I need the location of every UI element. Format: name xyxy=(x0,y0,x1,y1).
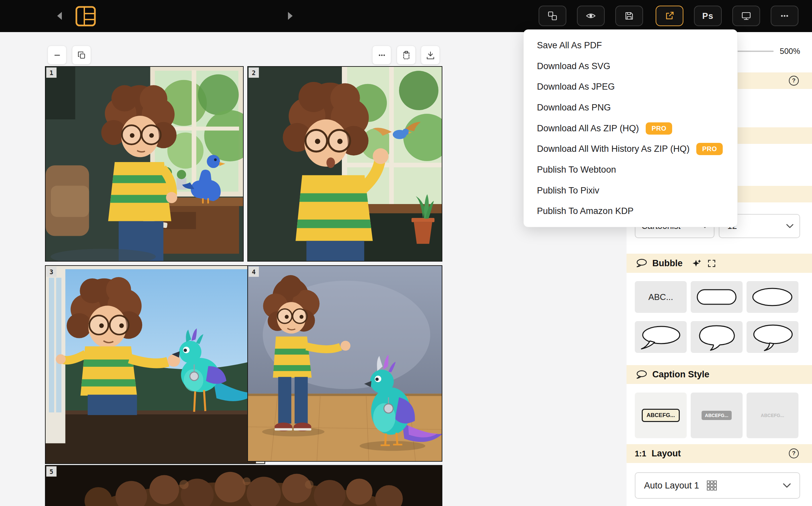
photoshop-icon: Ps xyxy=(702,11,714,21)
back-chevron-icon xyxy=(57,11,63,20)
bubble-style-blob-tail[interactable] xyxy=(691,321,742,353)
grid-layout-icon xyxy=(707,480,717,491)
photoshop-button[interactable]: Ps xyxy=(694,6,722,26)
pro-badge: PRO xyxy=(646,122,672,135)
eye-icon xyxy=(585,11,596,21)
paste-button[interactable] xyxy=(397,46,416,65)
minus-icon xyxy=(52,50,62,60)
oval-bubble-icon xyxy=(746,281,798,313)
app-layout-logo[interactable] xyxy=(75,5,97,27)
blob-bubble-icon xyxy=(691,321,742,353)
speech-bubble-icon xyxy=(636,259,648,268)
help-icon[interactable]: ? xyxy=(789,76,799,86)
present-button[interactable] xyxy=(732,6,760,26)
components-button[interactable] xyxy=(539,6,566,26)
top-toolbar: Ps xyxy=(0,0,812,32)
panel-number-badge: 4 xyxy=(249,267,259,277)
panel-1-artwork xyxy=(46,67,243,261)
panel-more-button[interactable] xyxy=(372,46,391,65)
caption-sample-1: ABCEFG... xyxy=(642,409,680,422)
comic-panel-1[interactable]: 1 xyxy=(45,66,244,262)
chevron-down-icon xyxy=(783,483,791,488)
bubble-style-text[interactable]: ABC... xyxy=(635,281,687,313)
zoom-out-button[interactable] xyxy=(48,46,67,65)
panel-number-badge: 2 xyxy=(249,68,259,78)
comic-panel-3[interactable]: 3 xyxy=(45,265,265,464)
caption-sample-3: ABCEFG... xyxy=(761,413,784,418)
menu-item-publish-to-pixiv[interactable]: Publish To Pixiv xyxy=(524,180,737,201)
more-icon xyxy=(377,50,387,60)
pro-badge: PRO xyxy=(696,143,723,155)
expand-icon[interactable] xyxy=(707,259,716,268)
help-icon[interactable]: ? xyxy=(789,448,799,458)
panel-number-badge: 1 xyxy=(46,68,57,78)
auto-layout-select[interactable]: Auto Layout 1 xyxy=(635,472,800,499)
caption-style-1[interactable]: ABCEFG... xyxy=(635,393,687,438)
components-icon xyxy=(547,11,558,21)
panel-4-artwork xyxy=(248,266,442,461)
duplicate-button[interactable] xyxy=(72,46,91,65)
chevron-down-icon xyxy=(786,224,794,228)
oval-bubble-tail-icon xyxy=(746,321,798,353)
app-window: Ps xyxy=(0,0,812,506)
forward-button[interactable] xyxy=(286,10,294,22)
rounded-rect-bubble-icon xyxy=(691,281,742,313)
forward-chevron-icon xyxy=(287,11,293,20)
monitor-icon xyxy=(741,11,751,21)
download-button[interactable] xyxy=(421,46,440,65)
panel-2-artwork xyxy=(248,67,442,261)
comic-panel-5[interactable]: 5 xyxy=(45,465,442,506)
comic-panel-4[interactable]: 4 xyxy=(247,265,442,462)
save-icon xyxy=(624,11,634,21)
back-button[interactable] xyxy=(56,10,64,22)
save-button[interactable] xyxy=(615,6,643,26)
more-options-button[interactable] xyxy=(771,6,798,26)
caption-section-header: Caption Style xyxy=(627,365,812,384)
menu-item-save-all-as-pdf[interactable]: Save All As PDF xyxy=(524,35,737,56)
download-icon xyxy=(426,50,435,60)
zoom-value: 500% xyxy=(770,47,800,56)
paste-icon xyxy=(401,50,411,60)
menu-item-download-as-jpeg[interactable]: Download As JPEG xyxy=(524,76,737,97)
bubble-text-label: ABC... xyxy=(648,292,673,302)
bubble-style-oval[interactable] xyxy=(746,281,798,313)
caption-title: Caption Style xyxy=(652,369,710,380)
caption-style-3[interactable]: ABCEFG... xyxy=(746,393,798,438)
bubble-style-oval-tail[interactable] xyxy=(746,321,798,353)
bubble-style-speech-tail-left[interactable] xyxy=(635,321,687,353)
panel-3-artwork xyxy=(46,266,265,463)
bubble-section-header: Bubble xyxy=(627,254,812,273)
bubble-title: Bubble xyxy=(652,258,683,268)
caption-sample-2: ABCEFG... xyxy=(702,411,732,420)
panel-number-badge: 5 xyxy=(46,466,57,477)
ellipsis-icon xyxy=(779,11,790,21)
auto-layout-value: Auto Layout 1 xyxy=(644,481,699,491)
sparkle-icon[interactable] xyxy=(692,259,701,268)
speech-bubble-icon xyxy=(636,370,648,380)
export-menu: Save All As PDF Download As SVG Download… xyxy=(523,29,738,227)
menu-item-publish-to-amazon-kdp[interactable]: Publish To Amazon KDP xyxy=(524,201,737,222)
menu-item-download-all-as-zip[interactable]: Download All As ZIP (HQ) PRO xyxy=(524,118,737,139)
layout-logo-icon xyxy=(75,5,97,27)
layout-section-header: 1:1 Layout ? xyxy=(627,444,812,463)
menu-item-download-as-png[interactable]: Download As PNG xyxy=(524,97,737,118)
menu-item-download-as-svg[interactable]: Download As SVG xyxy=(524,56,737,77)
menu-item-publish-to-webtoon[interactable]: Publish To Webtoon xyxy=(524,159,737,180)
duplicate-icon xyxy=(77,50,87,60)
export-button[interactable] xyxy=(656,6,684,26)
caption-style-2[interactable]: ABCEFG... xyxy=(691,393,742,438)
comic-panel-2[interactable]: 2 xyxy=(247,66,442,262)
menu-item-download-all-with-history-as-zip[interactable]: Download All With History As ZIP (HQ) PR… xyxy=(524,139,737,159)
export-icon xyxy=(664,11,675,21)
preview-button[interactable] xyxy=(577,6,605,26)
layout-title: Layout xyxy=(652,448,681,459)
panel-5-artwork xyxy=(46,466,442,506)
speech-bubble-tail-icon xyxy=(635,321,687,353)
layout-ratio: 1:1 xyxy=(635,449,646,458)
panel-number-badge: 3 xyxy=(46,267,57,277)
bubble-style-rounded-rect[interactable] xyxy=(691,281,742,313)
